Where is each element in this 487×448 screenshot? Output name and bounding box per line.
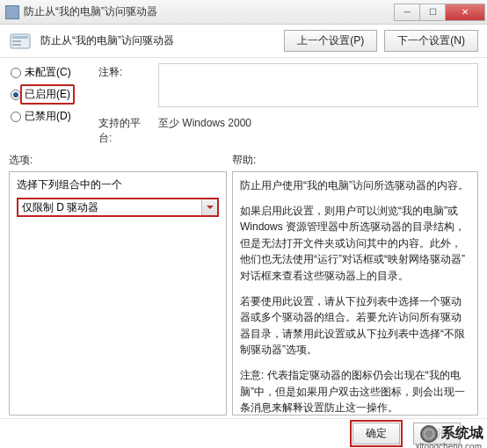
divider — [0, 57, 487, 58]
combo-value: 仅限制 D 驱动器 — [22, 200, 98, 215]
config-area: 未配置(C) 已启用(E) 已禁用(D) 注释: 支持的平台: 至少 Windo… — [0, 60, 487, 146]
radio-unconfigured[interactable]: 未配置(C) — [11, 65, 90, 80]
state-radio-group: 未配置(C) 已启用(E) 已禁用(D) — [11, 63, 90, 146]
help-header: 帮助: — [232, 153, 256, 168]
header-row: 防止从“我的电脑”访问驱动器 上一个设置(P) 下一个设置(N) — [0, 25, 487, 55]
options-header: 选项: — [9, 153, 232, 168]
policy-icon — [9, 31, 33, 52]
comment-textarea[interactable] — [158, 63, 478, 107]
platform-value: 至少 Windows 2000 — [158, 114, 478, 146]
radio-icon — [11, 68, 21, 78]
panel-headers: 选项: 帮助: — [0, 146, 487, 170]
radio-enabled[interactable]: 已启用(E) — [11, 87, 90, 102]
policy-title: 防止从“我的电脑”访问驱动器 — [40, 33, 277, 48]
ok-button[interactable]: 确定 — [353, 423, 400, 444]
ok-highlight: 确定 — [350, 420, 403, 447]
help-paragraph: 注意: 代表指定驱动器的图标仍会出现在“我的电脑”中，但是如果用户双击这些图标，… — [240, 367, 470, 415]
footer: 确定 取消 应用(A) — [0, 418, 487, 448]
radio-label: 已启用(E) — [25, 87, 70, 102]
options-panel: 选择下列组合中的一个 仅限制 D 驱动器 — [9, 171, 227, 415]
radio-label: 未配置(C) — [25, 65, 71, 80]
svg-rect-1 — [12, 36, 28, 39]
platform-label: 支持的平台: — [98, 114, 151, 146]
help-panel: 防止用户使用“我的电脑”访问所选驱动器的内容。 如果启用此设置，则用户可以浏览“… — [232, 171, 478, 415]
window-controls: ─ ☐ ✕ — [395, 4, 485, 21]
help-paragraph: 若要使用此设置，请从下拉列表中选择一个驱动器或多个驱动器的组合。若要允许访问所有… — [240, 293, 470, 358]
radio-icon — [11, 112, 21, 122]
maximize-button[interactable]: ☐ — [419, 4, 446, 21]
close-button[interactable]: ✕ — [445, 4, 485, 21]
panels: 选择下列组合中的一个 仅限制 D 驱动器 防止用户使用“我的电脑”访问所选驱动器… — [0, 170, 487, 415]
minimize-button[interactable]: ─ — [394, 4, 420, 21]
prev-setting-button[interactable]: 上一个设置(P) — [284, 30, 377, 52]
radio-disabled[interactable]: 已禁用(D) — [11, 109, 90, 124]
radio-label: 已禁用(D) — [25, 109, 71, 124]
select-label: 选择下列组合中的一个 — [17, 177, 219, 192]
title-bar: 防止从“我的电脑”访问驱动器 ─ ☐ ✕ — [0, 0, 487, 25]
next-setting-button[interactable]: 下一个设置(N) — [384, 30, 478, 52]
chevron-down-icon — [201, 199, 217, 215]
window-icon — [5, 5, 19, 19]
help-paragraph: 如果启用此设置，则用户可以浏览“我的电脑”或 Windows 资源管理器中所选驱… — [240, 203, 470, 285]
fields-area: 注释: 支持的平台: 至少 Windows 2000 — [98, 63, 478, 146]
svg-rect-2 — [12, 40, 21, 42]
window-title: 防止从“我的电脑”访问驱动器 — [24, 4, 395, 19]
cancel-button[interactable]: 取消 — [413, 423, 461, 444]
drive-combo[interactable]: 仅限制 D 驱动器 — [17, 198, 219, 217]
help-paragraph: 防止用户使用“我的电脑”访问所选驱动器的内容。 — [240, 177, 470, 194]
svg-rect-3 — [12, 44, 21, 46]
comment-label: 注释: — [98, 63, 151, 107]
